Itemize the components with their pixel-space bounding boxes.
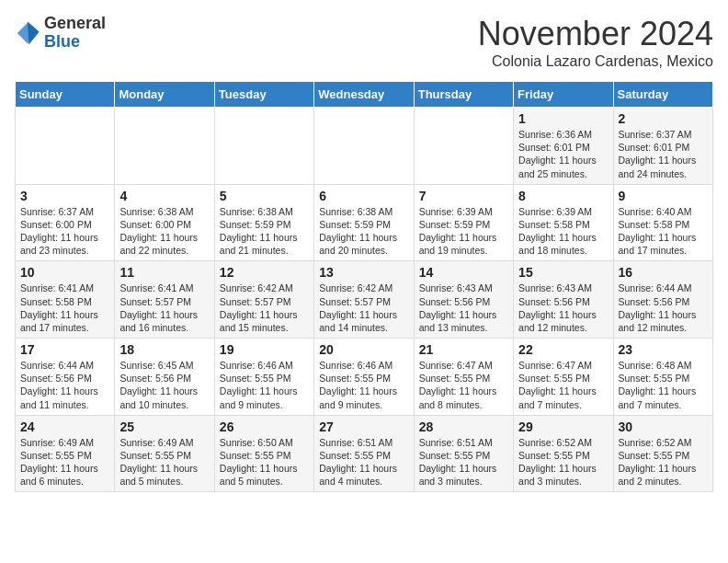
- calendar-cell: 7Sunrise: 6:39 AMSunset: 5:59 PMDaylight…: [414, 184, 513, 261]
- day-number: 7: [419, 189, 508, 203]
- calendar-cell: 9Sunrise: 6:40 AMSunset: 5:58 PMDaylight…: [613, 184, 712, 261]
- calendar-table: SundayMondayTuesdayWednesdayThursdayFrid…: [15, 81, 713, 492]
- day-info: Sunrise: 6:47 AMSunset: 5:55 PMDaylight:…: [419, 359, 508, 411]
- logo: General Blue: [15, 15, 106, 52]
- calendar-cell: [214, 108, 313, 185]
- day-info: Sunrise: 6:51 AMSunset: 5:55 PMDaylight:…: [419, 436, 508, 488]
- day-info: Sunrise: 6:44 AMSunset: 5:56 PMDaylight:…: [619, 282, 708, 334]
- day-number: 8: [518, 189, 608, 203]
- calendar-cell: 19Sunrise: 6:46 AMSunset: 5:55 PMDayligh…: [214, 339, 313, 416]
- day-info: Sunrise: 6:40 AMSunset: 5:58 PMDaylight:…: [619, 205, 708, 258]
- calendar-cell: [314, 108, 414, 185]
- day-info: Sunrise: 6:44 AMSunset: 5:56 PMDaylight:…: [20, 359, 109, 411]
- calendar-cell: 8Sunrise: 6:39 AMSunset: 5:58 PMDaylight…: [514, 184, 613, 261]
- day-info: Sunrise: 6:52 AMSunset: 5:55 PMDaylight:…: [518, 436, 608, 488]
- calendar-header-row: SundayMondayTuesdayWednesdayThursdayFrid…: [16, 82, 713, 108]
- calendar-cell: 18Sunrise: 6:45 AMSunset: 5:56 PMDayligh…: [115, 339, 214, 416]
- calendar-cell: 3Sunrise: 6:37 AMSunset: 6:00 PMDaylight…: [16, 184, 115, 261]
- calendar-cell: 11Sunrise: 6:41 AMSunset: 5:57 PMDayligh…: [115, 261, 214, 339]
- day-info: Sunrise: 6:39 AMSunset: 5:59 PMDaylight:…: [419, 205, 508, 258]
- calendar-cell: 12Sunrise: 6:42 AMSunset: 5:57 PMDayligh…: [214, 261, 313, 339]
- day-info: Sunrise: 6:51 AMSunset: 5:55 PMDaylight:…: [319, 436, 408, 488]
- day-info: Sunrise: 6:37 AMSunset: 6:00 PMDaylight:…: [20, 205, 109, 258]
- day-number: 26: [220, 419, 309, 434]
- logo-icon: [15, 20, 40, 46]
- day-number: 14: [419, 265, 508, 280]
- day-info: Sunrise: 6:48 AMSunset: 5:55 PMDaylight:…: [619, 359, 708, 411]
- logo-blue-text: Blue: [44, 33, 106, 52]
- calendar-cell: 26Sunrise: 6:50 AMSunset: 5:55 PMDayligh…: [214, 415, 313, 492]
- day-number: 18: [119, 342, 209, 357]
- day-number: 25: [119, 419, 209, 434]
- day-number: 16: [619, 265, 708, 280]
- day-info: Sunrise: 6:52 AMSunset: 5:55 PMDaylight:…: [619, 436, 708, 488]
- calendar-cell: 27Sunrise: 6:51 AMSunset: 5:55 PMDayligh…: [314, 415, 414, 492]
- month-title: November 2024: [478, 15, 713, 53]
- day-number: 20: [319, 342, 408, 357]
- day-number: 3: [20, 189, 109, 203]
- header-friday: Friday: [514, 82, 613, 108]
- day-info: Sunrise: 6:36 AMSunset: 6:01 PMDaylight:…: [518, 128, 608, 180]
- calendar-cell: 5Sunrise: 6:38 AMSunset: 5:59 PMDaylight…: [214, 184, 313, 261]
- day-info: Sunrise: 6:38 AMSunset: 5:59 PMDaylight:…: [319, 205, 408, 258]
- week-row-4: 17Sunrise: 6:44 AMSunset: 5:56 PMDayligh…: [16, 339, 713, 416]
- day-info: Sunrise: 6:49 AMSunset: 5:55 PMDaylight:…: [20, 436, 109, 488]
- calendar-cell: 17Sunrise: 6:44 AMSunset: 5:56 PMDayligh…: [16, 339, 115, 416]
- day-number: 10: [20, 265, 109, 280]
- calendar-cell: [115, 108, 214, 185]
- day-info: Sunrise: 6:41 AMSunset: 5:58 PMDaylight:…: [20, 282, 109, 334]
- day-info: Sunrise: 6:46 AMSunset: 5:55 PMDaylight:…: [220, 359, 309, 411]
- calendar-cell: [414, 108, 513, 185]
- day-info: Sunrise: 6:42 AMSunset: 5:57 PMDaylight:…: [319, 282, 408, 334]
- day-info: Sunrise: 6:37 AMSunset: 6:01 PMDaylight:…: [619, 128, 708, 180]
- day-number: 13: [319, 265, 408, 280]
- page-header: General Blue November 2024 Colonia Lazar…: [15, 15, 713, 70]
- day-number: 28: [419, 419, 508, 434]
- day-number: 24: [20, 419, 109, 434]
- day-info: Sunrise: 6:49 AMSunset: 5:55 PMDaylight:…: [119, 436, 209, 488]
- day-info: Sunrise: 6:43 AMSunset: 5:56 PMDaylight:…: [419, 282, 508, 334]
- day-number: 30: [619, 419, 708, 434]
- calendar-cell: 30Sunrise: 6:52 AMSunset: 5:55 PMDayligh…: [613, 415, 712, 492]
- header-thursday: Thursday: [414, 82, 513, 108]
- calendar-cell: 10Sunrise: 6:41 AMSunset: 5:58 PMDayligh…: [16, 261, 115, 339]
- calendar-cell: 24Sunrise: 6:49 AMSunset: 5:55 PMDayligh…: [16, 415, 115, 492]
- calendar-cell: [16, 108, 115, 185]
- day-number: 4: [119, 189, 209, 203]
- day-info: Sunrise: 6:42 AMSunset: 5:57 PMDaylight:…: [220, 282, 309, 334]
- day-info: Sunrise: 6:43 AMSunset: 5:56 PMDaylight:…: [518, 282, 608, 334]
- calendar-cell: 4Sunrise: 6:38 AMSunset: 6:00 PMDaylight…: [115, 184, 214, 261]
- calendar-cell: 6Sunrise: 6:38 AMSunset: 5:59 PMDaylight…: [314, 184, 414, 261]
- day-number: 29: [518, 419, 608, 434]
- day-number: 19: [220, 342, 309, 357]
- day-info: Sunrise: 6:38 AMSunset: 6:00 PMDaylight:…: [119, 205, 209, 258]
- day-number: 9: [619, 189, 708, 203]
- header-tuesday: Tuesday: [214, 82, 313, 108]
- calendar-cell: 1Sunrise: 6:36 AMSunset: 6:01 PMDaylight…: [514, 108, 613, 185]
- header-saturday: Saturday: [613, 82, 712, 108]
- day-number: 11: [119, 265, 209, 280]
- calendar-cell: 23Sunrise: 6:48 AMSunset: 5:55 PMDayligh…: [613, 339, 712, 416]
- day-number: 6: [319, 189, 408, 203]
- day-number: 23: [619, 342, 708, 357]
- logo-general-text: General: [44, 15, 106, 33]
- day-number: 17: [20, 342, 109, 357]
- day-number: 12: [220, 265, 309, 280]
- day-info: Sunrise: 6:41 AMSunset: 5:57 PMDaylight:…: [119, 282, 209, 334]
- calendar-cell: 29Sunrise: 6:52 AMSunset: 5:55 PMDayligh…: [514, 415, 613, 492]
- svg-marker-1: [28, 21, 40, 44]
- calendar-cell: 22Sunrise: 6:47 AMSunset: 5:55 PMDayligh…: [514, 339, 613, 416]
- header-monday: Monday: [115, 82, 214, 108]
- header-wednesday: Wednesday: [314, 82, 414, 108]
- calendar-cell: 28Sunrise: 6:51 AMSunset: 5:55 PMDayligh…: [414, 415, 513, 492]
- day-number: 1: [518, 111, 608, 126]
- calendar-cell: 15Sunrise: 6:43 AMSunset: 5:56 PMDayligh…: [514, 261, 613, 339]
- calendar-cell: 2Sunrise: 6:37 AMSunset: 6:01 PMDaylight…: [613, 108, 712, 185]
- header-sunday: Sunday: [16, 82, 115, 108]
- title-section: November 2024 Colonia Lazaro Cardenas, M…: [478, 15, 713, 70]
- day-info: Sunrise: 6:38 AMSunset: 5:59 PMDaylight:…: [220, 205, 309, 258]
- calendar-cell: 25Sunrise: 6:49 AMSunset: 5:55 PMDayligh…: [115, 415, 214, 492]
- day-number: 22: [518, 342, 608, 357]
- day-info: Sunrise: 6:50 AMSunset: 5:55 PMDaylight:…: [220, 436, 309, 488]
- week-row-2: 3Sunrise: 6:37 AMSunset: 6:00 PMDaylight…: [16, 184, 713, 261]
